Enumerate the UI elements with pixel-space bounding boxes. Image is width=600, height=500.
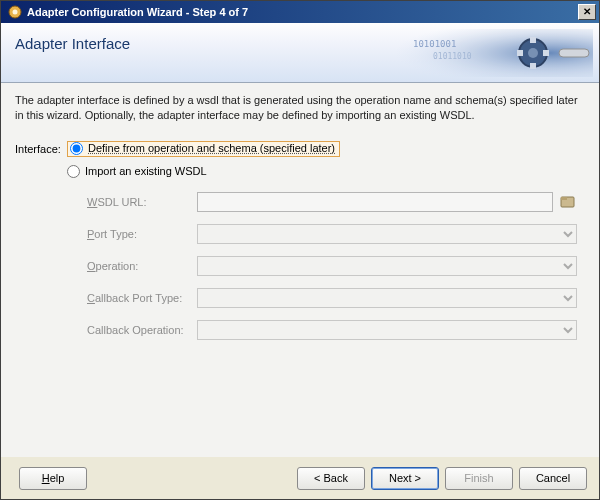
help-button[interactable]: Help xyxy=(19,467,87,490)
cancel-button[interactable]: Cancel xyxy=(519,467,587,490)
window-title: Adapter Configuration Wizard - Step 4 of… xyxy=(27,6,578,18)
radio-define-from-operation[interactable] xyxy=(70,142,83,155)
svg-rect-13 xyxy=(561,197,567,200)
callback-operation-select xyxy=(197,320,577,340)
next-button[interactable]: Next > xyxy=(371,467,439,490)
finish-button: Finish xyxy=(445,467,513,490)
wizard-footer: Help < Back Next > Finish Cancel xyxy=(1,457,599,499)
wsdl-form: WSDL URL: Port Type: Operation: Callback… xyxy=(87,192,577,340)
svg-text:10101001: 10101001 xyxy=(413,39,456,49)
svg-rect-4 xyxy=(530,37,536,43)
header-graphic: 10101001 01011010 xyxy=(373,29,593,77)
wsdl-url-input xyxy=(197,192,553,212)
callback-operation-label: Callback Operation: xyxy=(87,324,197,336)
titlebar: Adapter Configuration Wizard - Step 4 of… xyxy=(1,1,599,23)
operation-label: Operation: xyxy=(87,260,197,272)
svg-rect-6 xyxy=(517,50,523,56)
interface-radio-group: Define from operation and schema (specif… xyxy=(67,141,585,186)
close-button[interactable]: ✕ xyxy=(578,4,596,20)
callback-port-type-select xyxy=(197,288,577,308)
back-button[interactable]: < Back xyxy=(297,467,365,490)
port-type-label: Port Type: xyxy=(87,228,197,240)
radio-define-label: Define from operation and schema (specif… xyxy=(88,142,335,154)
radio-import-label: Import an existing WSDL xyxy=(85,165,207,177)
app-icon xyxy=(7,4,23,20)
radio-import-wsdl[interactable] xyxy=(67,165,80,178)
svg-point-8 xyxy=(528,48,538,58)
svg-rect-5 xyxy=(530,63,536,69)
wizard-window: Adapter Configuration Wizard - Step 4 of… xyxy=(0,0,600,500)
wsdl-url-label: WSDL URL: xyxy=(87,196,197,208)
browse-wsdl-icon xyxy=(559,193,577,211)
svg-rect-9 xyxy=(559,49,589,57)
description-text: The adapter interface is defined by a ws… xyxy=(15,93,585,123)
operation-select xyxy=(197,256,577,276)
close-icon: ✕ xyxy=(583,7,591,17)
wizard-header: Adapter Interface 10101001 01011010 xyxy=(1,23,599,83)
port-type-select xyxy=(197,224,577,244)
callback-port-type-label: Callback Port Type: xyxy=(87,292,197,304)
svg-rect-7 xyxy=(543,50,549,56)
svg-text:01011010: 01011010 xyxy=(433,52,472,61)
svg-point-1 xyxy=(13,10,18,15)
interface-label: Interface: xyxy=(15,141,67,155)
wizard-content: The adapter interface is defined by a ws… xyxy=(1,83,599,457)
